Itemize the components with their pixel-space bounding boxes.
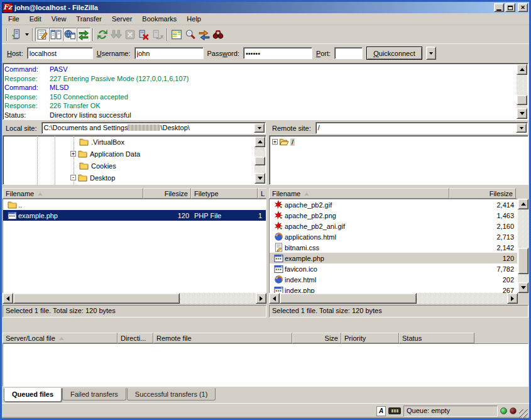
log-scrollbar[interactable] [517, 64, 527, 119]
column-header-server-local-file[interactable]: Server/Local file [3, 333, 118, 343]
menu-bookmarks[interactable]: Bookmarks [137, 14, 182, 24]
disconnect-button[interactable] [137, 28, 151, 41]
remote-path-dropdown[interactable] [516, 123, 527, 133]
minimize-button[interactable] [494, 3, 504, 12]
arrow-up-icon [520, 68, 525, 71]
local-path-combobox[interactable]: C:\Documents and Settings\Desktop\ [41, 122, 266, 134]
menu-view[interactable]: View [47, 14, 72, 24]
local-tree-scrollbar[interactable] [255, 136, 265, 184]
directory-comparison-button[interactable] [170, 28, 183, 41]
column-header-filename[interactable]: Filename [269, 188, 449, 199]
port-field[interactable] [334, 47, 363, 59]
resize-grip[interactable] [519, 409, 528, 418]
scroll-right-button[interactable] [256, 293, 266, 304]
activity-led-red-icon [510, 407, 517, 414]
scroll-down-button[interactable] [518, 282, 528, 293]
file-row-bitnami-css[interactable]: bitnami.css2,142 [270, 242, 517, 253]
username-field[interactable] [134, 47, 204, 59]
tree-item-label: / [290, 138, 295, 146]
scrollbar-thumb[interactable] [13, 293, 180, 304]
menu-help[interactable]: Help [182, 14, 206, 24]
process-queue-button[interactable] [109, 28, 123, 41]
filename-cell: apache_pb2_ani.gif [270, 221, 450, 231]
tab-successful-transfers-1-[interactable]: Successful transfers (1) [127, 388, 216, 401]
scrollbar-thumb[interactable] [517, 95, 527, 105]
collapse-icon[interactable]: - [70, 175, 76, 180]
remote-vscrollbar[interactable] [518, 199, 528, 293]
scroll-up-button[interactable] [518, 199, 528, 209]
column-header-filesize[interactable]: Filesize [449, 188, 516, 199]
toggle-transfer-queue-button[interactable] [77, 28, 90, 41]
local-selection-status: Selected 1 file. Total size: 120 bytes [3, 305, 266, 318]
tree-item-cookies[interactable]: Cookies [3, 160, 255, 172]
filesize-cell: 2,713 [450, 231, 517, 242]
column-header-status[interactable]: Status [399, 333, 474, 343]
browser-panes: Local site: C:\Documents and Settings\De… [3, 121, 528, 331]
column-header-remote-file[interactable]: Remote file [153, 333, 292, 343]
file-row--[interactable]: .. [3, 199, 266, 210]
scroll-down-button[interactable] [517, 108, 527, 119]
tree-item-root[interactable]: +/ [270, 136, 528, 148]
toggle-remote-tree-button[interactable] [63, 28, 77, 41]
scroll-up-button[interactable] [517, 64, 527, 75]
site-manager-dropdown[interactable] [23, 28, 30, 41]
scroll-right-button[interactable] [507, 293, 518, 304]
menu-server[interactable]: Server [107, 14, 137, 24]
filter-button[interactable] [211, 28, 225, 41]
tree-item-application-data[interactable]: +Application Data [3, 148, 255, 160]
remote-hscrollbar[interactable] [269, 293, 518, 304]
expand-icon[interactable]: + [70, 151, 76, 157]
find-files-button[interactable] [183, 28, 197, 41]
file-row-example-php[interactable]: example.php120PHP File1 [3, 210, 266, 221]
tree-item--virtualbox[interactable]: .VirtualBox [3, 136, 255, 148]
title-bar[interactable]: Fz john@localhost - FileZilla ✕ [2, 2, 529, 13]
scrollbar-thumb[interactable] [280, 293, 417, 304]
column-header-filesize[interactable]: Filesize [143, 188, 191, 199]
refresh-button[interactable] [96, 28, 109, 41]
expand-icon[interactable]: + [272, 139, 278, 145]
column-header-size[interactable]: Size [292, 333, 341, 343]
tree-item-desktop[interactable]: -Desktop [3, 172, 255, 184]
tab-failed-transfers[interactable]: Failed transfers [62, 388, 126, 401]
menu-transfer[interactable]: Transfer [71, 14, 107, 24]
folder-icon [79, 137, 89, 146]
column-header-filetype[interactable]: Filetype [191, 188, 258, 199]
menu-file[interactable]: File [3, 14, 25, 24]
column-header-directi-[interactable]: Directi... [118, 333, 153, 343]
scrollbar-thumb[interactable] [255, 157, 265, 165]
synchronized-browsing-button[interactable] [197, 28, 211, 41]
host-field[interactable] [27, 47, 93, 59]
local-hscrollbar[interactable] [3, 293, 266, 304]
file-row-index-html[interactable]: index.html202 [270, 274, 517, 285]
scroll-left-button[interactable] [269, 293, 280, 304]
column-header-priority[interactable]: Priority [341, 333, 399, 343]
scroll-down-button[interactable] [255, 173, 265, 184]
lastmodified-cell [258, 199, 265, 210]
file-name: index.html [285, 276, 316, 284]
toggle-message-log-button[interactable] [35, 28, 49, 41]
scroll-left-button[interactable] [3, 293, 13, 304]
close-button[interactable]: ✕ [518, 3, 528, 12]
local-path-dropdown[interactable] [254, 123, 265, 133]
scroll-up-button[interactable] [255, 136, 265, 147]
quickconnect-button[interactable]: Quickconnect [366, 47, 422, 60]
password-field[interactable] [243, 47, 312, 59]
remote-path-combobox[interactable]: / [315, 122, 528, 134]
file-row-favicon-ico[interactable]: favicon.ico7,782 [270, 263, 517, 274]
file-row-applications-html[interactable]: applications.html2,713 [270, 231, 517, 242]
site-manager-button[interactable] [9, 28, 23, 41]
reconnect-button[interactable] [151, 28, 165, 41]
scrollbar-thumb[interactable] [518, 248, 528, 274]
file-row-apache-pb2-gif[interactable]: apache_pb2.gif2,414 [270, 199, 517, 210]
file-row-apache-pb2-png[interactable]: apache_pb2.png1,463 [270, 210, 517, 221]
toggle-local-tree-button[interactable] [49, 28, 63, 41]
maximize-button[interactable] [505, 3, 515, 12]
file-row-example-php[interactable]: example.php120 [270, 253, 517, 263]
cancel-button[interactable] [123, 28, 137, 41]
tab-queued-files[interactable]: Queued files [4, 388, 62, 402]
quickconnect-dropdown[interactable] [426, 47, 436, 60]
column-header-l[interactable]: L [258, 188, 266, 199]
file-row-apache-pb2-ani-gif[interactable]: apache_pb2_ani.gif2,160 [270, 221, 517, 231]
column-header-filename[interactable]: Filename [3, 188, 143, 199]
menu-edit[interactable]: Edit [25, 14, 47, 24]
